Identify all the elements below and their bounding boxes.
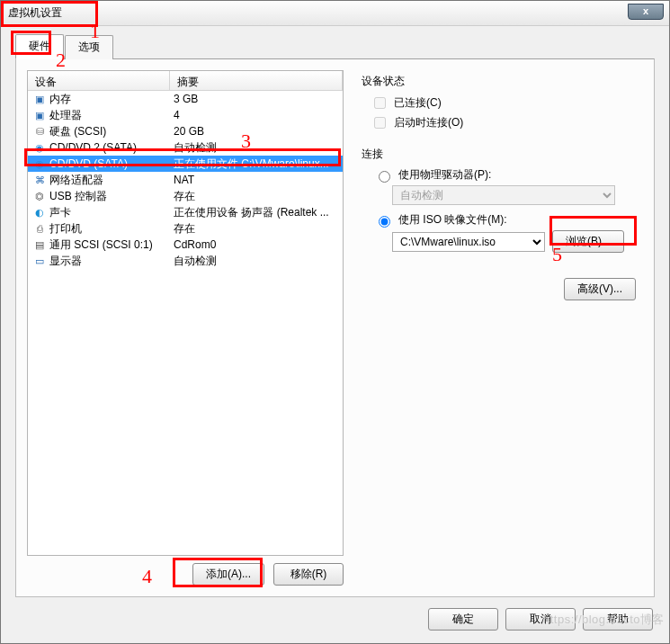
device-summary: 20 GB xyxy=(170,125,343,138)
physical-drive-radio[interactable] xyxy=(379,171,390,183)
browse-button[interactable]: 浏览(B)... xyxy=(552,230,624,253)
device-summary: 正在使用设备 扬声器 (Realtek ... xyxy=(170,205,343,220)
device-name: 网络适配器 xyxy=(49,173,103,188)
device-icon: ⏣ xyxy=(33,190,46,202)
iso-path-combo[interactable]: C:\VMware\linux.iso xyxy=(392,232,545,252)
hardware-buttons: 添加(A)... 移除(R) xyxy=(27,556,344,586)
device-name: 打印机 xyxy=(49,221,82,237)
device-icon: ◉ xyxy=(33,157,46,170)
physical-drive-label: 使用物理驱动器(P): xyxy=(398,167,491,183)
table-row[interactable]: ⌘网络适配器NAT xyxy=(28,172,343,188)
device-summary: 正在使用文件 C:\VMware\linux... xyxy=(170,157,343,172)
connection-title: 连接 xyxy=(362,147,639,162)
device-icon: ▤ xyxy=(33,238,46,251)
connect-at-poweron-label: 启动时连接(O) xyxy=(394,115,463,130)
hardware-table-body: ▣内存3 GB▣处理器4⛁硬盘 (SCSI)20 GB◉CD/DVD 2 (SA… xyxy=(28,91,343,555)
add-button[interactable]: 添加(A)... xyxy=(192,563,264,586)
device-icon: ⎙ xyxy=(33,222,46,235)
table-row[interactable]: ◉CD/DVD (SATA)正在使用文件 C:\VMware\linux... xyxy=(28,156,343,172)
device-icon: ⌘ xyxy=(33,174,46,186)
iso-path-row: C:\VMware\linux.iso 浏览(B)... xyxy=(392,230,639,253)
window-title: 虚拟机设置 xyxy=(8,5,662,21)
device-name: CD/DVD (SATA) xyxy=(49,157,128,170)
physical-drive-radio-row[interactable]: 使用物理驱动器(P): xyxy=(374,167,639,183)
device-summary: 4 xyxy=(170,109,343,121)
vm-settings-dialog: 虚拟机设置 x 硬件 选项 设备 摘要 ▣内存3 GB▣处理器4⛁硬盘 (SCS… xyxy=(0,0,670,644)
table-row[interactable]: ▭显示器自动检测 xyxy=(28,253,343,269)
device-name: USB 控制器 xyxy=(49,189,107,204)
device-name: 显示器 xyxy=(49,254,82,269)
device-icon: ▣ xyxy=(33,109,46,121)
hardware-list-pane: 设备 摘要 ▣内存3 GB▣处理器4⛁硬盘 (SCSI)20 GB◉CD/DVD… xyxy=(27,70,344,586)
device-status-title: 设备状态 xyxy=(362,74,639,89)
hardware-table-header: 设备 摘要 xyxy=(28,71,343,91)
device-summary: 自动检测 xyxy=(170,140,343,156)
dialog-body: 设备 摘要 ▣内存3 GB▣处理器4⛁硬盘 (SCSI)20 GB◉CD/DVD… xyxy=(15,58,655,597)
table-row[interactable]: ▣处理器4 xyxy=(28,107,343,123)
table-row[interactable]: ▣内存3 GB xyxy=(28,91,343,107)
connected-checkbox[interactable] xyxy=(374,97,386,109)
device-name: 硬盘 (SCSI) xyxy=(49,124,106,139)
connection-group: 连接 使用物理驱动器(P): 自动检测 使用 ISO 映像文件(M): xyxy=(362,147,639,300)
table-row[interactable]: ◐声卡正在使用设备 扬声器 (Realtek ... xyxy=(28,204,343,220)
close-button[interactable]: x xyxy=(628,4,664,20)
device-summary: 3 GB xyxy=(170,93,343,105)
device-summary: CdRom0 xyxy=(170,238,343,251)
connect-at-poweron-checkbox[interactable] xyxy=(374,117,386,129)
device-summary: 存在 xyxy=(170,221,343,237)
device-name: 处理器 xyxy=(49,108,82,123)
table-row[interactable]: ⎙打印机存在 xyxy=(28,220,343,237)
titlebar: 虚拟机设置 x xyxy=(1,1,669,26)
table-row[interactable]: ⛁硬盘 (SCSI)20 GB xyxy=(28,123,343,139)
hardware-table: 设备 摘要 ▣内存3 GB▣处理器4⛁硬盘 (SCSI)20 GB◉CD/DVD… xyxy=(27,70,344,556)
device-icon: ▭ xyxy=(33,255,46,267)
table-row[interactable]: ⏣USB 控制器存在 xyxy=(28,188,343,204)
col-header-device[interactable]: 设备 xyxy=(28,71,170,90)
connect-at-poweron-row[interactable]: 启动时连接(O) xyxy=(371,114,639,131)
device-name: 通用 SCSI (SCSI 0:1) xyxy=(49,237,153,253)
physical-drive-select-row: 自动检测 xyxy=(392,185,639,205)
remove-button[interactable]: 移除(R) xyxy=(273,563,344,586)
col-header-summary[interactable]: 摘要 xyxy=(170,71,343,90)
device-icon: ◐ xyxy=(33,206,46,219)
device-icon: ◉ xyxy=(33,141,46,154)
device-name: 声卡 xyxy=(49,205,71,220)
tab-strip: 硬件 选项 xyxy=(1,26,669,58)
iso-radio[interactable] xyxy=(379,216,390,228)
table-row[interactable]: ▤通用 SCSI (SCSI 0:1)CdRom0 xyxy=(28,237,343,253)
ok-button[interactable]: 确定 xyxy=(428,608,498,631)
iso-radio-row[interactable]: 使用 ISO 映像文件(M): xyxy=(374,212,639,228)
connected-label: 已连接(C) xyxy=(394,95,442,111)
watermark: https://blog.51cto博客 xyxy=(543,612,665,628)
device-summary: 存在 xyxy=(170,189,343,204)
advanced-row: 高级(V)... xyxy=(362,278,639,300)
device-summary: NAT xyxy=(170,174,343,186)
device-icon: ⛁ xyxy=(33,125,46,138)
connected-checkbox-row[interactable]: 已连接(C) xyxy=(371,94,639,112)
device-status-group: 设备状态 已连接(C) 启动时连接(O) xyxy=(362,74,639,134)
table-row[interactable]: ◉CD/DVD 2 (SATA)自动检测 xyxy=(28,139,343,156)
physical-drive-select[interactable]: 自动检测 xyxy=(392,185,615,205)
tab-options[interactable]: 选项 xyxy=(65,35,113,59)
device-summary: 自动检测 xyxy=(170,254,343,269)
iso-label: 使用 ISO 映像文件(M): xyxy=(398,212,507,228)
device-name: 内存 xyxy=(49,92,71,107)
tab-hardware[interactable]: 硬件 xyxy=(15,34,64,59)
advanced-button[interactable]: 高级(V)... xyxy=(564,278,636,300)
device-icon: ▣ xyxy=(33,93,46,105)
device-name: CD/DVD 2 (SATA) xyxy=(49,141,137,154)
device-detail-pane: 设备状态 已连接(C) 启动时连接(O) 连接 使用物理驱动器(P): xyxy=(358,70,643,586)
